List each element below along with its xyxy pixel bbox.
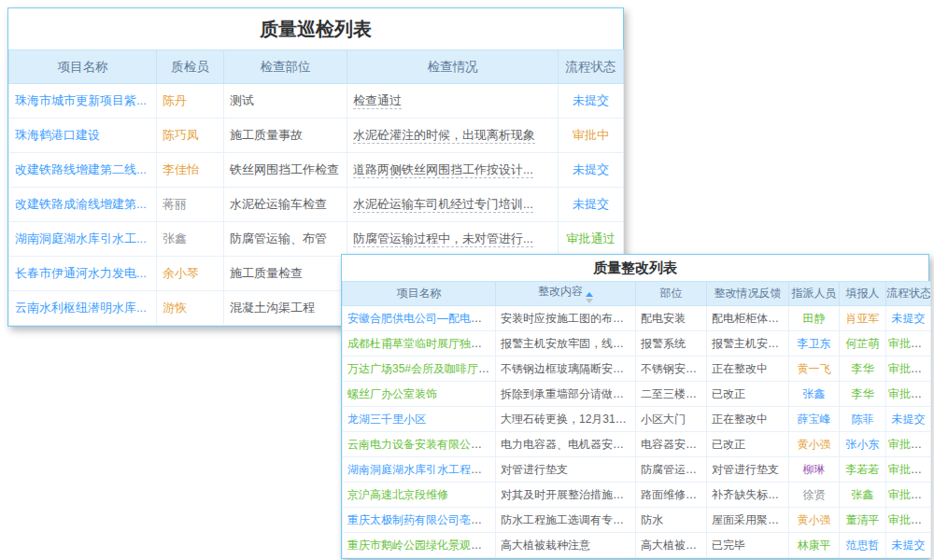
- sort-icon[interactable]: [586, 292, 593, 303]
- project-link[interactable]: 重庆太极制药有限公司亳州中...: [347, 513, 496, 526]
- reporter-name[interactable]: 范思哲: [846, 539, 880, 552]
- inspector-name[interactable]: 李佳怡: [163, 162, 199, 176]
- assignee-name[interactable]: 田静: [803, 312, 826, 325]
- rectify-row: 安徽合肥供电公司—配电设备... 安装时应按施工图的布置，将... 配电安装 配…: [343, 306, 931, 331]
- assignee-name[interactable]: 张鑫: [803, 387, 826, 400]
- col-header-project: 项目名称: [9, 50, 157, 84]
- reporter-name[interactable]: 李若若: [846, 463, 880, 476]
- inspection-row: 珠海鹤港口建设 陈巧凤 施工质量事故 水泥砼灌注的时候，出现离析现象 审批中: [9, 119, 624, 153]
- project-link[interactable]: 湖南洞庭湖水库引水工程施工I标: [347, 463, 496, 476]
- cell-status: 审批通过: [886, 432, 931, 457]
- cell-status: 未提交: [886, 306, 931, 331]
- cell-content: 安装时应按施工图的布置，将...: [496, 306, 636, 331]
- col-header-assignee: 指派人员: [789, 282, 840, 306]
- inspection-row: 湖南洞庭湖水库引水工... 张鑫 防腐管运输、布管 防腐管运输过程中，未对管进行…: [9, 222, 624, 257]
- project-link[interactable]: 螺丝厂办公室装饰: [347, 387, 437, 400]
- cell-inspector: 陈丹: [157, 84, 224, 119]
- status-text: 审批通过: [888, 513, 931, 526]
- assignee-name[interactable]: 黄小强: [798, 438, 831, 451]
- reporter-name[interactable]: 张小东: [846, 438, 880, 451]
- cell-reporter: 李华: [840, 357, 886, 382]
- assignee-name[interactable]: 黄一飞: [798, 362, 831, 375]
- cell-part: 路面维修检...: [636, 483, 707, 508]
- cell-project: 湖南洞庭湖水库引水工...: [9, 222, 157, 257]
- project-link[interactable]: 珠海鹤港口建设: [15, 128, 100, 142]
- cell-part: 高大植被栽种: [636, 533, 707, 558]
- inspector-name[interactable]: 张鑫: [163, 231, 187, 245]
- inspector-name[interactable]: 游恢: [163, 301, 187, 315]
- project-link[interactable]: 云南水利枢纽潜明水库...: [15, 301, 147, 315]
- project-link[interactable]: 万达广场35#会所及咖啡厅空...: [347, 362, 496, 375]
- situation-text: 检查通过: [353, 93, 402, 109]
- assignee-name[interactable]: 薛宝峰: [798, 413, 831, 426]
- cell-part: 防腐管运输、布管: [224, 222, 347, 257]
- cell-feedback: 配电柜柜体与...: [707, 306, 789, 331]
- cell-inspector: 游恢: [157, 291, 224, 326]
- cell-reporter: 陈菲: [840, 407, 886, 432]
- status-text: 审批通过: [888, 387, 931, 400]
- project-link[interactable]: 安徽合肥供电公司—配电设备...: [347, 312, 496, 325]
- project-link[interactable]: 云南电力设备安装有限公司20...: [347, 438, 496, 451]
- inspector-name[interactable]: 余小琴: [163, 266, 199, 280]
- reporter-name[interactable]: 李华: [852, 387, 874, 400]
- rectify-header-row: 项目名称 整改内容 部位 整改情况反馈 指派人员 填报人 流程状态: [343, 282, 931, 306]
- col-header-reporter: 填报人: [840, 282, 886, 306]
- reporter-name[interactable]: 董清平: [846, 513, 880, 526]
- status-text: 未提交: [892, 312, 926, 325]
- rectify-list-title: 质量整改列表: [342, 255, 928, 281]
- situation-text: 水泥砼灌注的时候，出现离析现象: [353, 128, 535, 144]
- cell-inspector: 蒋丽: [157, 188, 224, 222]
- cell-reporter: 董清平: [840, 508, 886, 533]
- reporter-name[interactable]: 何芷萌: [846, 337, 880, 350]
- cell-content: 防水工程施工选调有专业资质...: [496, 508, 636, 533]
- reporter-name[interactable]: 陈菲: [852, 413, 874, 426]
- assignee-name[interactable]: 黄小强: [798, 513, 831, 526]
- cell-content: 大理石砖更换，12月31日之...: [496, 407, 636, 432]
- cell-situation: 防腐管运输过程中，未对管进行...: [347, 222, 559, 257]
- cell-part: 防腐管运输...: [636, 457, 707, 483]
- project-link[interactable]: 京沪高速北京段维修: [347, 488, 448, 501]
- cell-project: 珠海鹤港口建设: [9, 119, 157, 153]
- project-link[interactable]: 成都杜甫草堂临时展厅独立展...: [347, 337, 496, 350]
- project-link[interactable]: 长春市伊通河水力发电...: [15, 266, 147, 280]
- cell-part: 施工质量检查: [224, 257, 347, 291]
- col-header-status: 流程状态: [886, 282, 931, 306]
- col-header-content[interactable]: 整改内容: [496, 282, 636, 306]
- project-link[interactable]: 改建铁路成渝线增建第...: [15, 197, 147, 211]
- cell-content: 拆除到承重墙部分请做好加固...: [496, 382, 636, 407]
- assignee-name[interactable]: 徐贤: [803, 488, 826, 501]
- cell-project: 重庆市鹅岭公园绿化景观提升...: [343, 533, 496, 558]
- rectify-row: 重庆市鹅岭公园绿化景观提升... 高大植被栽种注意 高大植被栽种 已完毕 林康平…: [343, 533, 931, 558]
- project-link[interactable]: 重庆市鹅岭公园绿化景观提升...: [347, 539, 496, 552]
- cell-assignee: 黄一飞: [789, 357, 840, 382]
- rectify-row: 龙湖三千里小区 大理石砖更换，12月31日之... 小区大门 正在整改中 薛宝峰…: [343, 407, 931, 432]
- cell-status: 审批中: [559, 119, 624, 153]
- assignee-name[interactable]: 林康平: [798, 539, 831, 552]
- cell-reporter: 张鑫: [840, 483, 886, 508]
- inspector-name[interactable]: 蒋丽: [163, 197, 187, 211]
- cell-feedback: 已改正: [707, 382, 789, 407]
- project-link[interactable]: 珠海市城市更新项目紫...: [15, 93, 147, 107]
- cell-project: 安徽合肥供电公司—配电设备...: [343, 306, 496, 331]
- cell-status: 审批通过: [886, 331, 931, 357]
- cell-inspector: 张鑫: [157, 222, 224, 257]
- situation-text: 防腐管运输过程中，未对管进行...: [353, 231, 533, 247]
- project-link[interactable]: 湖南洞庭湖水库引水工...: [15, 231, 147, 245]
- cell-project: 京沪高速北京段维修: [343, 483, 496, 508]
- rectify-row: 湖南洞庭湖水库引水工程施工I标 对管进行垫支 防腐管运输... 对管进行垫支 柳…: [343, 457, 931, 483]
- project-link[interactable]: 龙湖三千里小区: [347, 413, 426, 426]
- inspector-name[interactable]: 陈丹: [163, 93, 187, 107]
- col-header-situation: 检查情况: [347, 50, 559, 84]
- cell-part: 配电安装: [636, 306, 707, 331]
- assignee-name[interactable]: 柳琳: [803, 463, 826, 476]
- rectify-row: 京沪高速北京段维修 对其及时开展整治措施，桥头... 路面维修检... 补齐缺失…: [343, 483, 931, 508]
- cell-status: 未提交: [886, 533, 931, 558]
- cell-part: 水泥砼运输车检查: [224, 188, 347, 222]
- reporter-name[interactable]: 张鑫: [852, 488, 874, 501]
- cell-status: 未提交: [886, 407, 931, 432]
- assignee-name[interactable]: 李卫东: [798, 337, 831, 350]
- reporter-name[interactable]: 李华: [852, 362, 874, 375]
- inspector-name[interactable]: 陈巧凤: [163, 128, 199, 142]
- reporter-name[interactable]: 肖亚军: [846, 312, 880, 325]
- project-link[interactable]: 改建铁路线增建第二线...: [15, 162, 147, 176]
